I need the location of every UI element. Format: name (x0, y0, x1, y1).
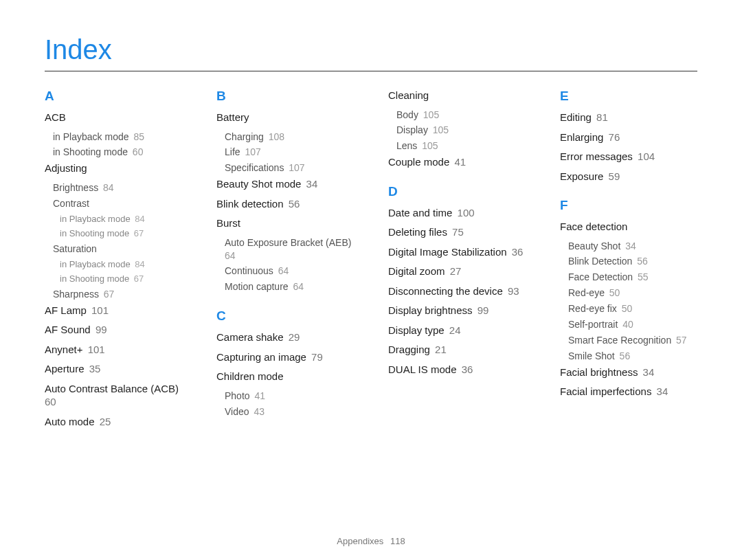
index-entry: Exposure 59 (560, 170, 697, 183)
index-subsubentry: in Playback mode 84 (60, 213, 182, 225)
subentry-page: 105 (419, 140, 438, 151)
subentry-page: 55 (635, 271, 648, 282)
subsubentry-page: 67 (131, 273, 144, 284)
index-entry: ACB (45, 111, 182, 124)
index-entry: Camera shake 29 (216, 331, 354, 344)
subsubentry-text: in Playback mode (60, 214, 131, 224)
entry-text: Cleaning (388, 89, 429, 101)
subentry-page: 64 (225, 250, 236, 261)
index-entry: Enlarging 76 (560, 131, 697, 144)
page-footer: Appendixes 118 (0, 536, 742, 546)
entry-page: 59 (605, 170, 620, 182)
subentry-page: 105 (430, 124, 449, 135)
index-entry: Auto mode 25 (45, 415, 182, 429)
subentry-text: Red-eye (568, 287, 605, 298)
subentry-text: Brightness (53, 182, 98, 193)
index-entry: Date and time 100 (388, 206, 526, 220)
entry-page: 24 (447, 324, 461, 336)
subentry-text: Auto Exposure Bracket (AEB) (225, 237, 351, 248)
entry-page: 99 (475, 304, 489, 316)
subentry-text: Motion capture (225, 281, 289, 292)
index-subentry: Face Detection 55 (568, 271, 697, 284)
subentry-text: Self-portrait (568, 319, 618, 330)
subentry-page: 56 (617, 350, 630, 361)
entry-text: Enlarging (560, 131, 603, 143)
footer-label: Appendixes (337, 536, 383, 546)
entry-page: 101 (89, 304, 109, 316)
entry-page: 75 (449, 226, 464, 238)
entry-page: 41 (451, 156, 466, 168)
section-letter: F (560, 198, 697, 213)
subentry-page: 57 (673, 335, 686, 346)
index-subentry: Auto Exposure Bracket (AEB) 64 (225, 236, 354, 262)
entry-text: Exposure (560, 170, 603, 182)
index-column: EEditing 81Enlarging 76Error messages 10… (560, 89, 697, 434)
subentry-page: 105 (420, 109, 439, 120)
subentry-text: Lens (396, 140, 417, 151)
subentry-text: Beauty Shot (568, 240, 620, 251)
index-subentry: Self-portrait 40 (568, 318, 697, 331)
entry-page: 81 (594, 111, 608, 123)
index-subentry: in Playback mode 85 (53, 131, 182, 144)
subentry-text: Saturation (53, 243, 97, 254)
index-columns: AACBin Playback mode 85in Shooting mode … (45, 89, 697, 434)
subsubentry-text: in Shooting mode (60, 228, 129, 238)
subsubentry-page: 84 (133, 259, 145, 269)
entry-page: 56 (286, 198, 300, 210)
index-entry: AF Sound 99 (45, 323, 182, 337)
index-entry: Error messages 104 (560, 150, 697, 164)
subentry-text: Smile Shot (568, 350, 615, 361)
entry-text: Aperture (45, 363, 85, 374)
subentry-text: Specifications (225, 162, 284, 173)
subentry-page: 43 (251, 406, 265, 417)
index-subentry: Red-eye 50 (568, 287, 697, 300)
index-column: CleaningBody 105Display 105Lens 105Coupl… (388, 89, 526, 434)
entry-page: 60 (45, 396, 56, 407)
entry-page: 36 (459, 363, 473, 375)
subentry-text: Display (396, 124, 428, 135)
index-entry: Facial brightness 34 (560, 366, 697, 379)
subentry-page: 107 (243, 146, 261, 157)
subentry-text: in Shooting mode (53, 146, 128, 157)
index-entry: Digital zoom 27 (388, 265, 526, 278)
index-subentry: Beauty Shot 34 (568, 240, 697, 253)
entry-page: 99 (93, 324, 107, 335)
entry-text: Facial brightness (560, 366, 638, 378)
section-letter: E (560, 89, 697, 104)
entry-text: AF Lamp (45, 304, 87, 316)
entry-text: DUAL IS mode (388, 363, 457, 375)
entry-page: 100 (454, 207, 474, 219)
entry-text: Error messages (560, 150, 633, 162)
entry-page: 34 (640, 366, 654, 378)
entry-text: Battery (216, 111, 249, 123)
subentry-text: Charging (225, 131, 264, 142)
subentry-page: 85 (131, 131, 144, 142)
entry-page: 104 (635, 150, 655, 162)
entry-text: Auto mode (45, 416, 95, 427)
subentry-text: Face Detection (568, 271, 633, 282)
subentry-text: Photo (225, 390, 250, 401)
index-subentry: Continuous 64 (225, 265, 354, 278)
entry-text: Children mode (216, 370, 284, 382)
entry-text: Face detection (560, 221, 627, 232)
index-subentry: Display 105 (396, 124, 526, 137)
index-entry: Beauty Shot mode 34 (216, 177, 354, 191)
index-subentry: Motion capture 64 (225, 280, 354, 293)
index-entry: Digital Image Stabilization 36 (388, 245, 526, 259)
entry-page: 93 (505, 285, 519, 297)
entry-text: Date and time (388, 207, 452, 219)
index-subentry: Smile Shot 56 (568, 350, 697, 363)
entry-page: 34 (653, 385, 668, 397)
index-entry: Display brightness 99 (388, 304, 526, 317)
index-column: BBatteryCharging 108Life 107Specificatio… (216, 89, 354, 434)
section-letter: C (216, 309, 354, 324)
index-entry: Adjusting (45, 161, 182, 175)
index-subsubentry: in Shooting mode 67 (60, 227, 182, 240)
subentry-page: 64 (291, 281, 304, 292)
entry-text: Adjusting (45, 162, 87, 174)
index-entry: AF Lamp 101 (45, 304, 182, 317)
index-subentry: Lens 105 (396, 139, 526, 153)
subentry-text: Continuous (225, 265, 273, 276)
subentry-text: Smart Face Recognition (568, 335, 671, 346)
subsubentry-page: 84 (133, 214, 145, 224)
